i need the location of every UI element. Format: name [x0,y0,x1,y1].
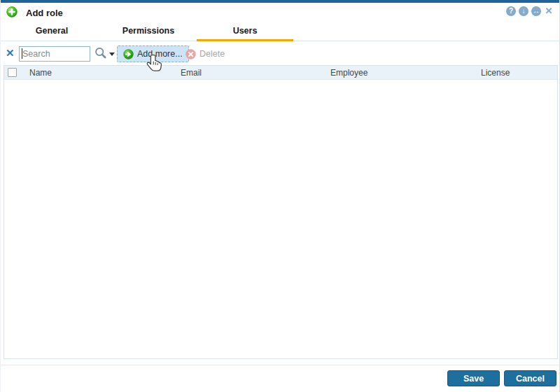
tab-permissions[interactable]: Permissions [100,24,197,41]
clear-search-icon[interactable]: ✕ [6,47,15,59]
resize-icon[interactable]: ↔ [531,6,541,16]
select-all-checkbox[interactable] [8,68,17,77]
tab-users[interactable]: Users [197,24,293,41]
column-header-license[interactable]: License [481,68,510,78]
window-controls: ? ↓ ↔ ✕ [506,6,554,16]
text-caret [22,48,22,59]
dialog-top-border [1,0,560,3]
search-options-chevron-icon[interactable] [109,52,115,56]
help-icon[interactable]: ? [506,6,516,16]
tab-general[interactable]: General [4,24,100,41]
table-body-empty [4,80,557,358]
add-role-plus-icon [6,6,18,18]
delete-label: Delete [200,49,225,59]
search-input[interactable] [19,46,90,62]
column-header-employee[interactable]: Employee [330,68,368,78]
column-header-email[interactable]: Email [181,68,202,78]
close-icon[interactable]: ✕ [544,6,554,16]
add-role-dialog: Add role ? ↓ ↔ ✕ General Permissions Use… [0,0,560,392]
table-header-row: Name Email Employee License [4,66,557,80]
footer-separator [1,365,560,365]
add-more-label: Add more... [137,49,183,59]
magnifier-icon[interactable] [94,46,108,60]
add-more-button[interactable]: Add more... [117,46,189,62]
collapse-icon[interactable]: ↓ [519,6,528,16]
save-button[interactable]: Save [447,370,500,386]
cancel-button[interactable]: Cancel [504,370,556,386]
delete-x-icon [186,49,196,59]
search-box [19,46,90,62]
delete-button[interactable]: Delete [180,46,230,62]
dialog-title: Add role [26,8,63,18]
users-table: Name Email Employee License [4,65,558,359]
tab-bar: General Permissions Users [1,24,560,41]
column-header-name[interactable]: Name [29,68,52,78]
add-more-arrow-icon [123,49,134,59]
